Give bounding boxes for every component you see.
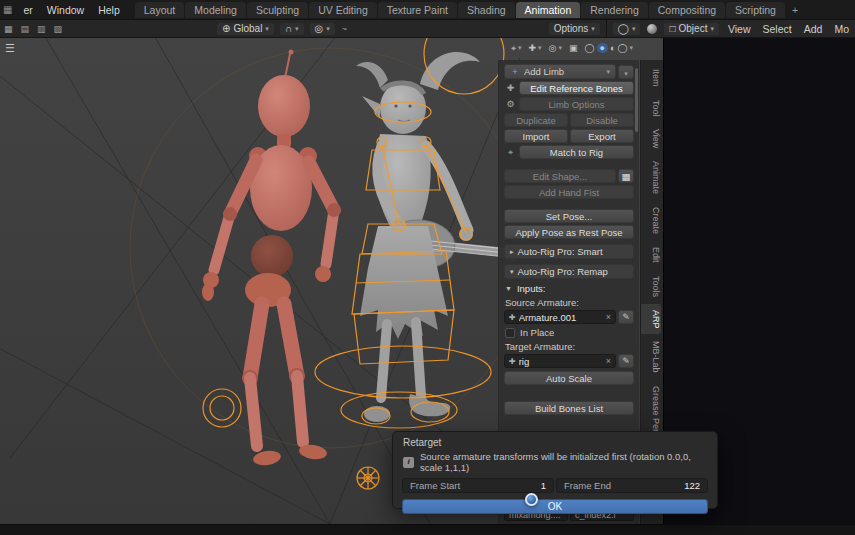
limb-presets-button[interactable]: ▾ xyxy=(618,65,634,79)
in-place-label: In Place xyxy=(520,327,554,338)
sidebar-tab-create[interactable]: Create xyxy=(645,201,661,240)
overlays-dropdown[interactable]: ◎ ▾ xyxy=(547,43,564,53)
menu-add[interactable]: Add xyxy=(798,23,829,35)
shading-rendered-icon[interactable]: ◯ xyxy=(617,43,627,53)
menu-object-partial[interactable]: Mo xyxy=(828,23,855,35)
target-armature-value: rig xyxy=(519,356,603,367)
sidebar-tab-tools[interactable]: Tools xyxy=(645,270,661,303)
build-bones-list-button[interactable]: Build Bones List xyxy=(504,401,634,415)
chevron-down-icon: ▾ xyxy=(326,25,330,33)
toolbar-toggle-icon[interactable]: ☰ xyxy=(5,42,15,55)
xray-toggle-icon[interactable]: ▣ xyxy=(567,43,580,53)
match-to-rig-button[interactable]: Match to Rig xyxy=(519,145,634,159)
edit-bones-icon: ✚ xyxy=(504,83,517,93)
retarget-dialog: Retarget i Source armature transforms wi… xyxy=(392,431,718,509)
menu-view[interactable]: View xyxy=(722,23,757,35)
set-pose-button[interactable]: Set Pose... xyxy=(504,209,634,223)
gizmos-icon: ✚ xyxy=(529,43,537,53)
chevron-down-icon: ▾ xyxy=(265,25,269,33)
falloff-curve-icon[interactable]: ~ xyxy=(338,24,351,34)
section-auto-rig-pro-remap[interactable]: ▾ Auto-Rig Pro: Remap xyxy=(504,264,634,279)
sidebar-tab-edit[interactable]: Edit xyxy=(645,241,661,269)
viewport-overlay-controls: ⌖ ▾ ✚ ▾ ◎ ▾ ▣ ◯ ● ◐ ◯ ▾ xyxy=(509,41,635,55)
shading-material-icon[interactable]: ◐ xyxy=(610,43,615,53)
chevron-down-icon: ▾ xyxy=(518,44,522,52)
shape-library-icon[interactable]: ▦ xyxy=(618,169,634,183)
workspace-tab-scripting[interactable]: Scripting xyxy=(726,2,785,18)
edit-shape-button[interactable]: Edit Shape... xyxy=(504,169,616,183)
workspace-tab-compositing[interactable]: Compositing xyxy=(649,2,725,18)
apply-pose-as-rest-pose-button[interactable]: Apply Pose as Rest Pose xyxy=(504,225,634,239)
chevron-down-icon: ▾ xyxy=(624,70,628,77)
target-armature-field[interactable]: ✚ rig × xyxy=(504,354,616,368)
display-mode-icon[interactable]: ▨ xyxy=(50,24,67,34)
disable-button[interactable]: Disable xyxy=(570,113,634,127)
mode-dropdown[interactable]: □ Object ▾ xyxy=(663,22,719,36)
clear-icon[interactable]: × xyxy=(606,356,611,366)
chevron-down-icon: ▾ xyxy=(632,25,636,33)
workspace-tab-texture-paint[interactable]: Texture Paint xyxy=(378,2,457,18)
scene-icon[interactable]: ▥ xyxy=(33,24,50,34)
menu-render-partial[interactable]: er xyxy=(16,4,39,16)
ok-button[interactable]: OK xyxy=(402,499,708,514)
frame-start-field[interactable]: Frame Start 1 xyxy=(402,478,554,493)
menu-window[interactable]: Window xyxy=(40,4,91,16)
workspace-tab-animation[interactable]: Animation xyxy=(516,2,581,18)
workspace-tab-sculpting[interactable]: Sculpting xyxy=(247,2,308,18)
pivot-point-icon: ⌖ xyxy=(511,43,516,54)
import-button[interactable]: Import xyxy=(504,129,568,143)
panel-scrollbar[interactable] xyxy=(635,68,638,132)
blender-window: ▦ er Window Help Layout Modeling Sculpti… xyxy=(0,0,855,535)
eyedropper-icon[interactable]: ✎ xyxy=(618,354,634,368)
source-armature-field[interactable]: ✚ Armature.001 × xyxy=(504,310,616,324)
overlays-icon: ◎ xyxy=(549,43,557,53)
sidebar-tab-mb-lab[interactable]: MB-Lab xyxy=(645,335,661,379)
snap-dropdown[interactable]: ∩ ▾ xyxy=(279,22,305,36)
menu-help[interactable]: Help xyxy=(91,4,127,16)
view-layer-icon[interactable]: ▤ xyxy=(17,24,34,34)
add-hand-fist-button[interactable]: Add Hand Fist xyxy=(504,185,634,199)
eyedropper-icon[interactable]: ✎ xyxy=(618,310,634,324)
shading-sphere-icon[interactable] xyxy=(647,24,657,34)
circle-icon: ◯ xyxy=(618,23,629,34)
add-workspace-button[interactable]: + xyxy=(786,2,804,18)
object-mode-icon: □ xyxy=(669,23,675,34)
limb-options-button[interactable]: Limb Options xyxy=(519,97,634,111)
options-dropdown[interactable]: Options ▾ xyxy=(548,22,601,36)
sidebar-tab-animate[interactable]: Animate xyxy=(645,155,661,200)
armature-icon: ✚ xyxy=(509,357,516,366)
pivot-point-dropdown[interactable]: ⌖ ▾ xyxy=(509,43,524,54)
edit-reference-bones-button[interactable]: Edit Reference Bones xyxy=(519,81,634,95)
menu-select[interactable]: Select xyxy=(757,23,798,35)
section-auto-rig-pro-smart[interactable]: ▸ Auto-Rig Pro: Smart xyxy=(504,244,634,259)
shading-wireframe-icon[interactable]: ◯ xyxy=(584,43,594,53)
add-limb-dropdown[interactable]: + Add Limb ▾ xyxy=(504,64,616,79)
dialog-info-row: i Source armature transforms will be ini… xyxy=(393,450,717,476)
sidebar-tab-item[interactable]: Item xyxy=(645,63,661,93)
duplicate-button[interactable]: Duplicate xyxy=(504,113,568,127)
sidebar-tab-tool[interactable]: Tool xyxy=(645,94,661,123)
workspace-tab-layout[interactable]: Layout xyxy=(135,2,185,18)
sidebar-tab-arp[interactable]: ARP xyxy=(641,304,661,335)
workspace-tab-uv-editing[interactable]: UV Editing xyxy=(309,2,377,18)
workspace-tab-rendering[interactable]: Rendering xyxy=(581,2,647,18)
in-place-checkbox[interactable] xyxy=(505,328,515,338)
editor-type-icon[interactable]: ▦ xyxy=(0,24,17,34)
transform-orientation-dropdown[interactable]: ⊕ Global ▾ xyxy=(216,22,275,36)
editor-type-dropdown-right[interactable]: ◯ ▾ xyxy=(612,22,642,36)
auto-scale-button[interactable]: Auto Scale xyxy=(504,371,634,385)
blender-logo-icon[interactable]: ▦ xyxy=(0,4,16,15)
clear-icon[interactable]: × xyxy=(606,312,611,322)
workspace-tab-shading[interactable]: Shading xyxy=(458,2,515,18)
frame-start-label: Frame Start xyxy=(410,480,460,491)
workspace-tab-modeling[interactable]: Modeling xyxy=(185,2,246,18)
proportional-edit-dropdown[interactable]: ◎ ▾ xyxy=(309,22,336,36)
sidebar-tab-view[interactable]: View xyxy=(645,123,661,154)
export-button[interactable]: Export xyxy=(570,129,634,143)
section-smart-label: Auto-Rig Pro: Smart xyxy=(518,246,603,257)
frame-end-field[interactable]: Frame End 122 xyxy=(556,478,708,493)
ok-label: OK xyxy=(548,501,562,512)
inputs-expander[interactable]: ▼ Inputs: xyxy=(505,283,633,294)
shading-solid-icon[interactable]: ● xyxy=(597,43,608,53)
gizmos-dropdown[interactable]: ✚ ▾ xyxy=(527,43,544,53)
